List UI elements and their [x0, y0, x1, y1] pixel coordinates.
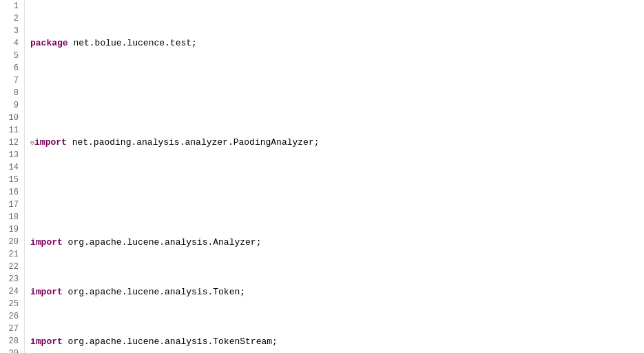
- line-num-6: 6: [6, 62, 19, 74]
- code-line-2: [30, 87, 638, 99]
- line-num-23: 23: [6, 273, 19, 285]
- code-line-1: package net.bolue.lucence.test;: [30, 37, 638, 50]
- code-line-6: import org.apache.lucene.analysis.Token;: [30, 286, 638, 299]
- line-num-3: 3: [6, 25, 19, 37]
- line-num-7: 7: [6, 74, 19, 87]
- code-text: net.bolue.lucence.test;: [68, 38, 197, 48]
- line-num-16: 16: [6, 186, 19, 199]
- line-num-25: 25: [6, 298, 19, 310]
- line-num-5: 5: [6, 50, 19, 62]
- line-num-4: 4: [6, 37, 19, 50]
- keyword-import: import: [34, 137, 67, 148]
- line-num-24: 24: [6, 285, 19, 298]
- code-line-4: [30, 187, 638, 199]
- line-num-10: 10: [6, 112, 19, 124]
- line-num-15: 15: [6, 174, 19, 186]
- line-num-28: 28: [6, 335, 19, 347]
- line-num-8: 8: [6, 87, 19, 99]
- line-num-18: 18: [6, 211, 19, 223]
- keyword-import: import: [30, 287, 63, 297]
- line-num-1: 1: [6, 0, 19, 12]
- code-content-area[interactable]: package net.bolue.lucence.test; ⊖import …: [25, 0, 644, 353]
- code-text: net.paoding.analysis.analyzer.PaodingAna…: [67, 137, 320, 148]
- line-num-13: 13: [6, 149, 19, 161]
- line-num-11: 11: [6, 124, 19, 137]
- line-num-22: 22: [6, 261, 19, 273]
- keyword-import: import: [30, 237, 63, 248]
- line-num-12: 12: [6, 137, 19, 149]
- line-num-26: 26: [6, 310, 19, 323]
- line-num-21: 21: [6, 248, 19, 261]
- code-text: org.apache.lucene.analysis.TokenStream;: [63, 336, 278, 347]
- line-num-17: 17: [6, 199, 19, 211]
- line-number-gutter: 1 2 3 4 5 6 7 8 9 10 11 12 13 14 15 16 1…: [0, 0, 25, 353]
- code-text: org.apache.lucene.analysis.Token;: [63, 287, 245, 297]
- keyword-import: import: [30, 336, 63, 347]
- keyword-package: package: [30, 38, 68, 48]
- line-num-29: 29: [6, 347, 19, 353]
- code-line-5: import org.apache.lucene.analysis.Analyz…: [30, 236, 638, 249]
- line-num-27: 27: [6, 323, 19, 335]
- line-num-2: 2: [6, 12, 19, 25]
- code-line-7: import org.apache.lucene.analysis.TokenS…: [30, 336, 638, 348]
- code-editor: 1 2 3 4 5 6 7 8 9 10 11 12 13 14 15 16 1…: [0, 0, 644, 353]
- line-num-20: 20: [6, 236, 19, 248]
- line-num-14: 14: [6, 161, 19, 174]
- code-line-3: ⊖import net.paoding.analysis.analyzer.Pa…: [30, 137, 638, 150]
- code-text: org.apache.lucene.analysis.Analyzer;: [63, 237, 262, 248]
- line-num-9: 9: [6, 99, 19, 112]
- line-num-19: 19: [6, 223, 19, 236]
